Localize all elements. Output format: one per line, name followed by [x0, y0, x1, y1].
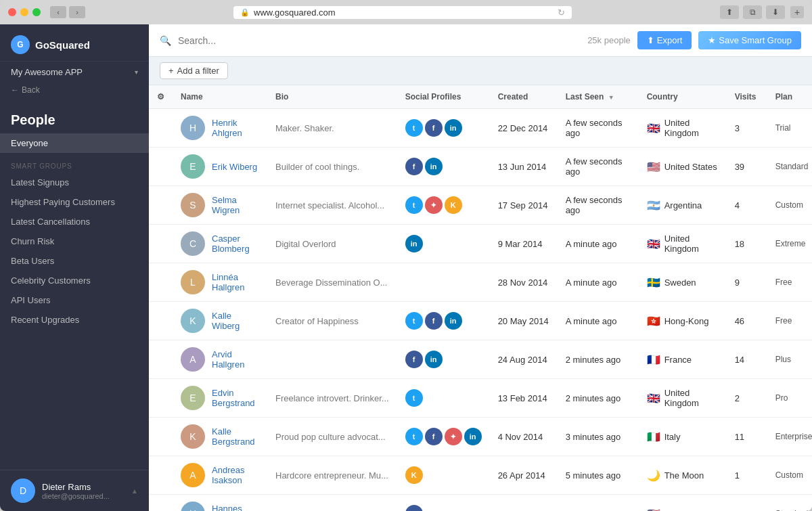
app-selector[interactable]: My Awesome APP ▾	[0, 62, 149, 83]
sidebar-item-beta-users[interactable]: Beta Users	[0, 251, 149, 271]
name-cell[interactable]: HHenrik Ahlgren	[173, 109, 267, 148]
export-button[interactable]: ⬆ Export	[637, 31, 692, 49]
name-cell[interactable]: AArvid Hallgren	[173, 340, 267, 379]
table-row[interactable]: HHenrik AhlgrenMaker. Shaker.tfin22 Dec …	[149, 109, 812, 148]
person-name[interactable]: Andreas Isakson	[212, 465, 259, 485]
facebook-icon[interactable]: f	[425, 312, 443, 330]
linkedin-icon[interactable]: in	[464, 428, 482, 445]
search-input[interactable]	[178, 35, 581, 46]
name-cell[interactable]: CCasper Blomberg	[173, 225, 267, 263]
name-cell[interactable]: EErik Wiberg	[173, 148, 267, 186]
th-name[interactable]: Name	[173, 85, 267, 109]
sidebar-item-api-users[interactable]: API Users	[0, 290, 149, 310]
address-bar[interactable]: 🔒 www.gosquared.com ↻	[233, 6, 572, 19]
add-filter-button[interactable]: + Add a filter	[160, 62, 228, 79]
new-window-button[interactable]: ⧉	[743, 5, 762, 19]
download-button[interactable]: ⬇	[766, 5, 785, 19]
forward-browser-button[interactable]: ›	[69, 6, 85, 18]
custom-icon[interactable]: ✦	[445, 428, 462, 445]
person-name[interactable]: Linnéa Hallgren	[212, 272, 259, 292]
scroll-up-icon[interactable]: ▲	[131, 487, 138, 495]
minimize-window-button[interactable]	[20, 8, 28, 16]
th-settings[interactable]: ⚙	[149, 85, 173, 109]
facebook-icon[interactable]: f	[405, 158, 423, 175]
th-created[interactable]: Created	[490, 85, 558, 109]
table-row[interactable]: EEdvin BergstrandFreelance introvert. Dr…	[149, 379, 812, 418]
bio-cell: Internet specialist. Alcohol...	[267, 186, 397, 225]
name-cell[interactable]: KKalle Bergstrand	[173, 418, 267, 456]
linkedin-icon[interactable]: in	[445, 312, 462, 330]
twitter-icon[interactable]: t	[405, 428, 423, 445]
twitter-icon[interactable]: t	[405, 196, 423, 214]
country-name: United Kingdom	[664, 388, 719, 408]
table-row[interactable]: EErik WibergBuilder of cool things.fin13…	[149, 148, 812, 186]
refresh-icon[interactable]: ↻	[558, 7, 565, 18]
back-nav[interactable]: ← Back	[0, 83, 149, 100]
sidebar-item-label: Highest Paying Customers	[11, 197, 115, 207]
person-name[interactable]: Erik Wiberg	[212, 162, 257, 172]
name-cell[interactable]: KKalle Wiberg	[173, 302, 267, 340]
name-cell[interactable]: SSelma Wigren	[173, 186, 267, 225]
table-row[interactable]: AAndreas IsaksonHardcore entrepreneur. M…	[149, 456, 812, 495]
sidebar-item-everyone[interactable]: Everyone	[0, 133, 149, 153]
twitter-icon[interactable]: t	[405, 312, 423, 330]
name-cell[interactable]: EEdvin Bergstrand	[173, 379, 267, 418]
th-bio: Bio	[267, 85, 397, 109]
th-country[interactable]: Country	[639, 85, 727, 109]
linkedin-icon[interactable]: in	[445, 119, 462, 137]
twitter-icon[interactable]: t	[405, 119, 423, 137]
maximize-window-button[interactable]	[32, 8, 41, 16]
linkedin-icon[interactable]: in	[405, 235, 423, 252]
sidebar-item-recent-upgrades[interactable]: Recent Upgrades	[0, 310, 149, 330]
table-row[interactable]: LLinnéa HallgrenBeverage Dissemination O…	[149, 263, 812, 302]
facebook-icon[interactable]: f	[405, 505, 423, 511]
back-browser-button[interactable]: ‹	[50, 6, 66, 18]
avatar: K	[181, 309, 205, 333]
plan-cell: Enterprise	[767, 418, 812, 456]
facebook-icon[interactable]: f	[405, 351, 423, 368]
created-cell: 9 Mar 2014	[490, 225, 558, 263]
custom-icon[interactable]: ✦	[425, 196, 443, 214]
table-row[interactable]: KKalle WibergCreator of Happinesstfin20 …	[149, 302, 812, 340]
sidebar-item-highest-paying[interactable]: Highest Paying Customers	[0, 192, 149, 212]
person-name[interactable]: Kalle Wiberg	[212, 311, 259, 331]
name-cell[interactable]: HHannes Kronberg	[173, 495, 267, 512]
person-name[interactable]: Henrik Ahlgren	[212, 118, 259, 138]
share-button[interactable]: ⬆	[720, 5, 739, 19]
linkedin-icon[interactable]: in	[425, 351, 443, 368]
sidebar-item-latest-cancellations[interactable]: Latest Cancellations	[0, 212, 149, 231]
linkedin-icon[interactable]: in	[425, 158, 443, 175]
sidebar-item-celebrity-customers[interactable]: Celebrity Customers	[0, 271, 149, 290]
table-row[interactable]: SSelma WigrenInternet specialist. Alcoho…	[149, 186, 812, 225]
kusuka-icon[interactable]: K	[405, 466, 423, 484]
person-name[interactable]: Hannes Kronberg	[212, 504, 259, 511]
name-cell[interactable]: LLinnéa Hallgren	[173, 263, 267, 302]
person-name[interactable]: Arvid Hallgren	[212, 349, 259, 370]
person-name[interactable]: Casper Blomberg	[212, 234, 259, 254]
last-seen-cell: A minute ago	[558, 263, 639, 302]
save-smart-group-button[interactable]: ★ Save Smart Group	[698, 31, 801, 49]
table-row[interactable]: HHannes KronbergLifelong internet practi…	[149, 495, 812, 512]
facebook-icon[interactable]: f	[425, 428, 443, 445]
new-tab-button[interactable]: +	[790, 6, 804, 18]
person-name[interactable]: Selma Wigren	[212, 195, 259, 215]
table-row[interactable]: KKalle BergstrandProud pop culture advoc…	[149, 418, 812, 456]
table-row[interactable]: CCasper BlombergDigital Overlordin9 Mar …	[149, 225, 812, 263]
person-name[interactable]: Edvin Bergstrand	[212, 388, 259, 408]
facebook-icon[interactable]: f	[425, 119, 443, 137]
th-last-seen[interactable]: Last Seen ▼	[558, 85, 639, 109]
sidebar: G GoSquared My Awesome APP ▾ ← Back Peop…	[0, 24, 149, 511]
url-text: www.gosquared.com	[254, 7, 336, 18]
twitter-icon[interactable]: t	[405, 389, 423, 407]
th-plan[interactable]: Plan	[767, 85, 812, 109]
sidebar-item-latest-signups[interactable]: Latest Signups	[0, 173, 149, 192]
th-visits[interactable]: Visits	[727, 85, 767, 109]
avatar: K	[181, 424, 205, 449]
sidebar-item-churn-risk[interactable]: Churn Risk	[0, 231, 149, 251]
person-name[interactable]: Kalle Bergstrand	[212, 426, 259, 447]
bio-cell: Builder of cool things.	[267, 148, 397, 186]
table-row[interactable]: AArvid Hallgrenfin24 Aug 20142 minutes a…	[149, 340, 812, 379]
name-cell[interactable]: AAndreas Isakson	[173, 456, 267, 495]
kusuka-icon[interactable]: K	[445, 196, 462, 214]
close-window-button[interactable]	[8, 8, 16, 16]
